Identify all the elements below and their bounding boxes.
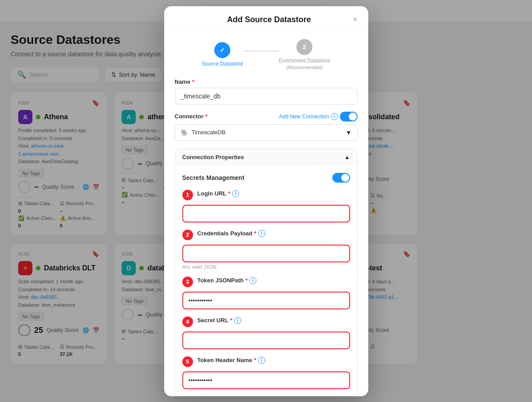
info-icon[interactable]: i xyxy=(331,113,338,120)
token-jsonpath-label: Token JSONPath * i xyxy=(197,277,257,284)
field-number-2: 2 xyxy=(182,230,193,240)
field-number-1: 1 xyxy=(182,190,193,200)
timescaledb-icon: 🐘 xyxy=(181,129,188,136)
secret-url-info-icon[interactable]: i xyxy=(234,317,241,324)
token-jsonpath-info-icon[interactable]: i xyxy=(249,277,256,284)
secret-url-group: 4 Secret URL * i xyxy=(182,316,350,349)
name-label: Name * xyxy=(175,78,358,85)
step-2-circle: 2 xyxy=(296,39,312,55)
chevron-down-icon: ▼ xyxy=(346,129,352,136)
modal-body: Name * Connector * Add New Connection i xyxy=(164,78,368,396)
connector-group: Connector * Add New Connection i 🐘 Times… xyxy=(175,112,358,141)
credentials-input[interactable] xyxy=(182,245,350,262)
name-group: Name * xyxy=(175,78,358,105)
connector-row: Connector * Add New Connection i xyxy=(175,112,358,121)
add-connection-link[interactable]: Add New Connection i xyxy=(279,112,358,121)
token-header-input[interactable] xyxy=(182,371,350,389)
field-number-4: 4 xyxy=(182,316,193,327)
login-url-info-icon[interactable]: i xyxy=(232,190,239,197)
stepper: ✓ Source Datastore 2 Enrichment Datastor… xyxy=(164,30,368,78)
credentials-hint: Any valid JSON xyxy=(182,264,350,269)
step-1-label: Source Datastore xyxy=(202,61,243,68)
step-line xyxy=(243,51,279,51)
secrets-section: Secrets Management 1 Login URL * i xyxy=(175,166,357,396)
step-1-circle: ✓ xyxy=(214,42,230,58)
toggle-add-connection[interactable] xyxy=(340,112,358,121)
add-conn-label: Add New Connection xyxy=(279,113,329,120)
step-labeled-row: 2 Credentials Payload * i xyxy=(182,230,350,240)
step-1: ✓ Source Datastore xyxy=(202,42,243,68)
step-labeled-row: 1 Login URL * i xyxy=(182,190,350,200)
secret-url-label: Secret URL * i xyxy=(197,317,241,324)
login-url-group: 1 Login URL * i xyxy=(182,190,350,222)
token-header-label: Token Header Name * i xyxy=(197,357,265,364)
chevron-up-icon: ▲ xyxy=(344,154,350,160)
token-jsonpath-group: 3 Token JSONPath * i xyxy=(182,277,350,309)
conn-props-label: Connection Properties xyxy=(182,154,244,160)
name-input[interactable] xyxy=(175,88,358,105)
secrets-header: Secrets Management xyxy=(182,173,350,183)
credentials-info-icon[interactable]: i xyxy=(258,230,265,237)
conn-props-header[interactable]: Connection Properties ▲ xyxy=(175,148,357,166)
connection-properties-section: Connection Properties ▲ Secrets Manageme… xyxy=(175,148,358,396)
secret-url-input[interactable] xyxy=(182,332,350,349)
required-mark: * xyxy=(192,78,194,85)
field-number-5: 5 xyxy=(182,356,193,367)
step-labeled-row: 5 Token Header Name * i xyxy=(182,356,350,367)
hashicorp-toggle[interactable] xyxy=(332,173,350,183)
step-labeled-row: 3 Token JSONPath * i xyxy=(182,277,350,287)
secrets-title: Secrets Management xyxy=(182,174,244,181)
modal-header: Add Source Datastore × xyxy=(164,6,368,30)
credentials-payload-group: 2 Credentials Payload * i Any valid JSON xyxy=(182,230,350,269)
step-labeled-row: 4 Secret URL * i xyxy=(182,316,350,327)
credentials-label: Credentials Payload * i xyxy=(197,230,265,237)
connector-select[interactable]: 🐘 TimescaleDB ▼ xyxy=(175,124,358,141)
add-source-modal: Add Source Datastore × ✓ Source Datastor… xyxy=(164,6,368,396)
connector-select-inner: 🐘 TimescaleDB xyxy=(181,129,226,136)
login-url-label: Login URL * i xyxy=(197,190,240,197)
connector-name: TimescaleDB xyxy=(192,129,226,136)
step-2-label: Enrichment Datastore(Recommended) xyxy=(279,58,330,71)
connector-label: Connector * xyxy=(175,113,208,120)
modal-wrapper: Add Source Datastore × ✓ Source Datastor… xyxy=(0,0,532,402)
step-2: 2 Enrichment Datastore(Recommended) xyxy=(279,39,330,71)
login-url-input[interactable] xyxy=(182,205,350,222)
modal-title: Add Source Datastore xyxy=(185,15,353,24)
token-jsonpath-input[interactable] xyxy=(182,292,350,309)
modal-close-button[interactable]: × xyxy=(353,16,358,23)
field-number-3: 3 xyxy=(182,277,193,287)
token-header-info-icon[interactable]: i xyxy=(258,357,265,364)
token-header-group: 5 Token Header Name * i xyxy=(182,356,350,389)
